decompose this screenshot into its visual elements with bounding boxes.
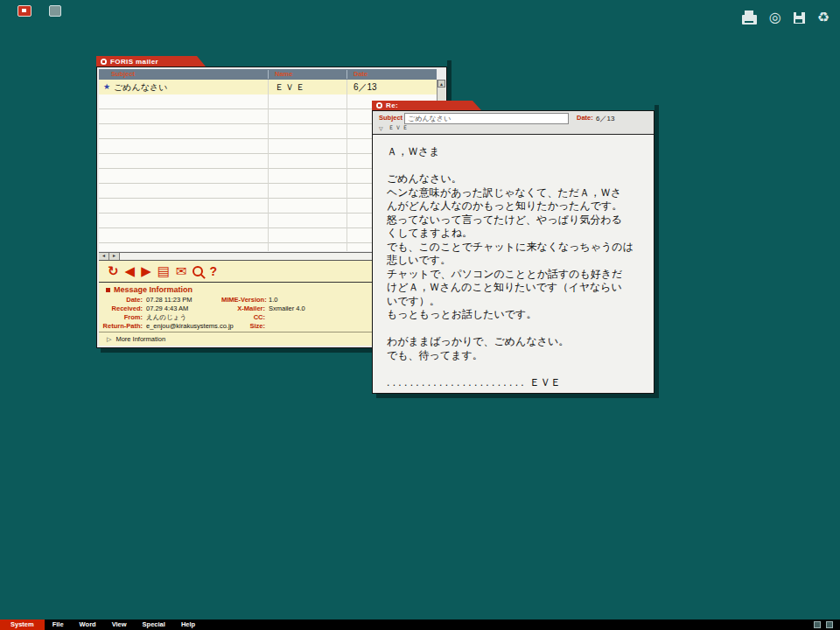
info-label: From: <box>102 313 146 321</box>
disc-icon[interactable]: ◎ <box>769 10 781 25</box>
sender-name: ＥＶＥ <box>388 124 410 132</box>
scroll-left-icon[interactable]: ◂ <box>99 253 109 260</box>
info-label: CC: <box>221 313 269 321</box>
column-divider <box>268 80 269 251</box>
message-line <box>387 322 643 336</box>
message-line: でも、このことでチャットに来なくなっちゃうのは <box>387 241 643 255</box>
column-header-subject[interactable]: Subject <box>111 69 135 80</box>
mail-icon[interactable]: ✉ <box>176 263 187 279</box>
mail-row-date: 6／13 <box>354 82 377 93</box>
message-line: けどＡ，Ｗさんのこと知りたいです（イヤならい <box>387 281 643 295</box>
menu-file[interactable]: File <box>45 620 72 630</box>
help-icon[interactable]: ? <box>209 263 217 279</box>
desktop-tool-icons: ◎ ♻ <box>742 9 830 26</box>
message-line: でも、待ってます。 <box>387 349 643 363</box>
message-line: ヘンな意味があった訳じゃなくて、ただＡ，Ｗさ <box>387 186 643 200</box>
message-line: 悲しいです。 <box>387 254 643 268</box>
printer-icon[interactable] <box>742 15 757 24</box>
column-divider <box>346 80 347 251</box>
date-label: Date: <box>577 114 593 122</box>
message-line: わがままばっかりで、ごめんなさい。 <box>387 335 643 349</box>
message-line: んがどんな人なのかもっと知りたかったんです。 <box>387 200 643 214</box>
message-line <box>387 362 643 376</box>
recycle-icon[interactable]: ♻ <box>817 10 830 25</box>
message-line: Ａ，Ｗさま <box>387 145 643 159</box>
info-label: MIME-Version: <box>221 296 269 304</box>
star-icon: ★ <box>103 82 110 92</box>
info-label: Date: <box>102 296 146 304</box>
info-label: Return-Path: <box>102 322 146 330</box>
menubar-status-area <box>814 621 840 628</box>
search-icon[interactable] <box>192 266 203 276</box>
more-information-label: More Information <box>116 335 165 343</box>
back-icon[interactable]: ◀ <box>125 263 136 279</box>
more-information-toggle[interactable]: ▷ More Information <box>107 335 165 343</box>
menu-special[interactable]: Special <box>135 620 173 630</box>
message-line: 怒ってないって言ってたけど、やっぱり気分わる <box>387 214 643 228</box>
message-body: Ａ，Ｗさま ごめんなさい。 ヘンな意味があった訳じゃなくて、ただＡ，Ｗさ んがど… <box>373 135 654 393</box>
refresh-icon[interactable]: ↻ <box>108 263 119 279</box>
message-line: いです）。 <box>387 295 643 309</box>
menu-view[interactable]: View <box>104 620 135 630</box>
sender-marker-icon: ▽ <box>379 125 383 131</box>
info-value: e_enjou@kirakusystems.co.jp <box>146 322 221 330</box>
message-line: くしてますよね。 <box>387 227 643 241</box>
triangle-icon: ▷ <box>107 336 111 343</box>
window-emblem-icon <box>101 59 107 65</box>
scroll-right-icon[interactable]: ▸ <box>109 253 120 260</box>
message-line: ごめんなさい。 <box>387 172 643 186</box>
save-icon[interactable] <box>794 12 805 24</box>
mail-row-name: ＥＶＥ <box>275 82 306 93</box>
mailer-titlebar[interactable]: FORIS mailer <box>96 56 206 66</box>
menu-help[interactable]: Help <box>173 620 203 630</box>
menubar-status-icon-2[interactable] <box>826 621 833 628</box>
column-header-date[interactable]: Date <box>354 69 368 80</box>
message-line: もっともっとお話したいです。 <box>387 308 643 322</box>
mail-list-header: Subject Name Date <box>99 69 437 80</box>
column-header-name[interactable]: Name <box>275 69 292 80</box>
mailer-window-title: FORIS mailer <box>110 58 158 66</box>
reply-window: Re: Subject ごめんなさい Date: 6／13 ▽ ＥＶＥ Ａ，Ｗさ… <box>372 101 654 394</box>
reply-titlebar[interactable]: Re: <box>372 101 481 110</box>
mail-row-subject: ごめんなさい <box>114 82 167 93</box>
message-line: チャットで、パソコンのこととか話すのも好きだ <box>387 268 643 282</box>
scroll-up-icon[interactable]: ▲ <box>438 80 445 88</box>
menu-word[interactable]: Word <box>72 620 104 630</box>
date-value: 6／13 <box>596 114 614 123</box>
menubar: System File Word View Special Help <box>0 620 840 630</box>
message-signature: . . . . . . . . . . . . . . . . . . . . … <box>387 376 643 390</box>
menu-system[interactable]: System <box>0 620 45 630</box>
reply-window-body: Subject ごめんなさい Date: 6／13 ▽ ＥＶＥ Ａ，Ｗさま ごめ… <box>372 110 654 394</box>
desktop-status-icons <box>18 5 61 17</box>
menubar-status-icon-1[interactable] <box>814 621 821 628</box>
window-emblem-icon <box>376 102 382 108</box>
copy-icon[interactable]: ▤ <box>158 263 170 279</box>
forward-icon[interactable]: ▶ <box>141 263 151 279</box>
info-label: Size: <box>221 322 269 330</box>
info-value: えんのじょう <box>146 313 221 321</box>
desktop-status-icon-1[interactable] <box>18 5 32 17</box>
info-label: X-Mailer: <box>221 304 269 312</box>
info-value: 07.29 4:43 AM <box>146 304 221 312</box>
reply-header: Subject ごめんなさい Date: 6／13 ▽ ＥＶＥ <box>373 111 654 135</box>
subject-input[interactable]: ごめんなさい <box>404 113 569 124</box>
subject-label: Subject <box>379 114 402 122</box>
message-line <box>387 159 643 173</box>
info-label: Received: <box>102 304 146 312</box>
desktop-status-icon-2[interactable] <box>49 5 61 17</box>
reply-window-title: Re: <box>386 102 398 109</box>
sender-row: ▽ ＥＶＥ <box>379 124 410 132</box>
info-value: 07.28 11:23 PM <box>146 296 221 304</box>
desktop: ◎ ♻ FORIS mailer Subject Name Date ★ ごめん… <box>0 0 840 630</box>
